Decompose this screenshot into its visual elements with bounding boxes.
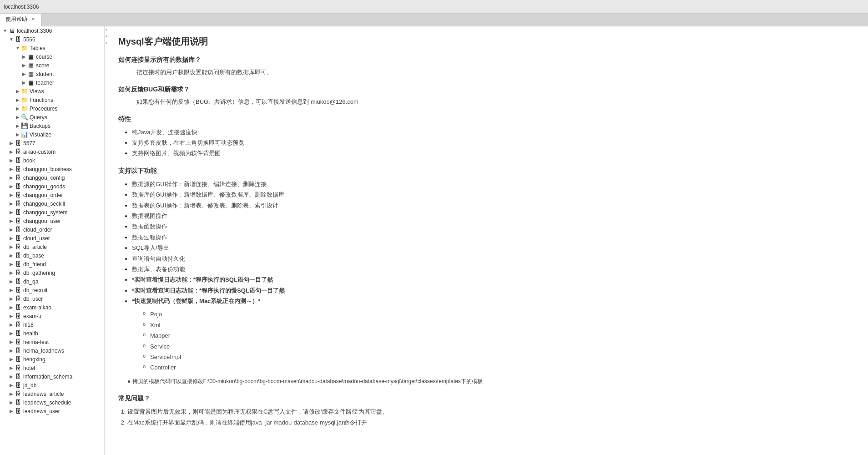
- db-article-label: db_article: [23, 244, 47, 250]
- db-health-label: health: [23, 330, 38, 337]
- toggle-score-icon: ▶: [21, 63, 27, 68]
- db-exam-aikao-label: exam-aikao: [23, 304, 51, 311]
- db-hl18-icon: 🗄: [15, 321, 22, 328]
- toggle-visualize-icon: ▶: [15, 132, 21, 137]
- func-4: 数据视图操作: [132, 211, 854, 221]
- sidebar-item-visualize[interactable]: ▶ 📊 Visualize: [0, 130, 104, 139]
- sidebar-item-cg-goods[interactable]: ▶ 🗄 changgou_goods: [0, 182, 104, 191]
- toggle-student-icon: ▶: [21, 71, 27, 76]
- section2-text: 如果您有任何的反馈（BUG、共诉求）信息，可以直接发送信息到 miukoo@12…: [118, 97, 854, 107]
- db-gathering-label: db_gathering: [23, 270, 55, 276]
- sidebar-item-db-base[interactable]: ▶ 🗄 db_base: [0, 251, 104, 260]
- db-leadnews-user-icon: 🗄: [15, 408, 22, 415]
- sidebar-item-db-friend[interactable]: ▶ 🗄 db_friend: [0, 260, 104, 268]
- sidebar-item-5566[interactable]: ▼ 🗄 5566: [0, 35, 104, 44]
- views-folder-icon: 📁: [21, 88, 28, 95]
- section5-title: 常见问题？: [118, 394, 854, 403]
- db-book-icon: 🗄: [15, 157, 22, 164]
- sidebar-item-db-gathering[interactable]: ▶ 🗄 db_gathering: [0, 268, 104, 277]
- toggle-db-article-icon: ▶: [8, 244, 15, 249]
- sidebar-item-exam-u[interactable]: ▶ 🗄 exam-u: [0, 312, 104, 320]
- db-aikao-label: aikao-custom: [23, 149, 56, 155]
- sidebar-item-leadnews-article[interactable]: ▶ 🗄 leadnews_article: [0, 389, 104, 398]
- sidebar-item-jd-db[interactable]: ▶ 🗄 jd_db: [0, 381, 104, 389]
- sidebar-item-hengxing[interactable]: ▶ 🗄 hengxing: [0, 355, 104, 364]
- sidebar-item-cloud-user[interactable]: ▶ 🗄 cloud_user: [0, 234, 104, 243]
- table-icon4: ▦: [27, 79, 35, 86]
- sidebar-item-cg-seckill[interactable]: ▶ 🗄 changgou_seckill: [0, 199, 104, 208]
- db5577-icon: 🗄: [15, 140, 22, 147]
- section4-title: 支持以下功能: [118, 167, 854, 175]
- toggle-cg-seckill-icon: ▶: [8, 201, 15, 206]
- backups-label: Backups: [30, 123, 50, 129]
- sidebar-item-querys[interactable]: ▶ 🔍 Querys: [0, 113, 104, 121]
- features-list: 纯Java开发、连接速度快 支持多套皮肤，在右上角切换即可动态预览 支持网络图片…: [118, 127, 854, 159]
- feature-2: 支持多套皮肤，在右上角切换即可动态预览: [132, 137, 854, 148]
- faq-2: 在Mac系统打开界面显示乱码，则请在终端使用java -jar madou-da…: [127, 417, 854, 428]
- toggle-db-recruit-icon: ▶: [8, 288, 15, 293]
- sidebar-item-views[interactable]: ▶ 📁 Views: [0, 87, 104, 96]
- sidebar-item-functions[interactable]: ▶ 📁 Functions: [0, 96, 104, 104]
- func-7: SQL导入/导出: [132, 243, 854, 253]
- sidebar-item-db-recruit[interactable]: ▶ 🗄 db_recruit: [0, 286, 104, 294]
- sidebar-item-heima-leadnews[interactable]: ▶ 🗄 heima_leadnews: [0, 346, 104, 355]
- sidebar-item-db-qa[interactable]: ▶ 🗄 db_qa: [0, 277, 104, 286]
- sidebar-item-db-article[interactable]: ▶ 🗄 db_article: [0, 243, 104, 251]
- db-hotel-icon: 🗄: [15, 364, 22, 371]
- db-cg-seckill-icon: 🗄: [15, 200, 22, 207]
- sidebar-item-hotel[interactable]: ▶ 🗄 hotel: [0, 364, 104, 372]
- db-cg-system-icon: 🗄: [15, 209, 22, 216]
- tab-help[interactable]: 使用帮助 ✕: [0, 14, 42, 26]
- sidebar: ▼ 🖥 localhost:3306 ▼ 🗄 5566 ▼ 📁 Tables ▶…: [0, 26, 105, 455]
- sidebar-item-cg-system[interactable]: ▶ 🗄 changgou_system: [0, 208, 104, 217]
- db-recruit-icon: 🗄: [15, 287, 22, 293]
- db-gathering-icon: 🗄: [15, 269, 22, 276]
- toggle-cg-user-icon: ▶: [8, 218, 15, 223]
- functions-label: Functions: [30, 97, 53, 103]
- db-cg-system-label: changgou_system: [23, 209, 67, 216]
- db-cloud-user-label: cloud_user: [23, 235, 50, 242]
- sidebar-item-5577[interactable]: ▶ 🗄 5577: [0, 139, 104, 147]
- views-label: Views: [30, 88, 44, 95]
- sidebar-item-cg-user[interactable]: ▶ 🗄 changgou_user: [0, 217, 104, 225]
- sidebar-item-score[interactable]: ▶ ▦ score: [0, 61, 104, 70]
- func-12: *快速复制代码（尝鲜版，Mac系统正在内测～）*: [132, 296, 854, 306]
- sidebar-item-teacher[interactable]: ▶ ▦ teacher: [0, 78, 104, 87]
- sidebar-item-cg-config[interactable]: ▶ 🗄 changgou_config: [0, 173, 104, 182]
- sidebar-item-db-user[interactable]: ▶ 🗄 db_user: [0, 294, 104, 303]
- toggle-backups-icon: ▶: [15, 123, 21, 128]
- sidebar-item-cg-order[interactable]: ▶ 🗄 changgou_order: [0, 191, 104, 199]
- sidebar-item-cg-business[interactable]: ▶ 🗄 changgou_business: [0, 165, 104, 173]
- root-label: localhost:3306: [17, 28, 52, 34]
- tab-close-icon[interactable]: ✕: [30, 16, 36, 22]
- sidebar-item-aikao[interactable]: ▶ 🗄 aikao-custom: [0, 147, 104, 156]
- db-cg-order-icon: 🗄: [15, 192, 22, 198]
- toggle-cloud-user-icon: ▶: [8, 236, 15, 241]
- table-icon: ▦: [27, 53, 35, 60]
- sidebar-item-leadnews-user[interactable]: ▶ 🗄 leadnews_user: [0, 407, 104, 415]
- db-cloud-user-icon: 🗄: [15, 235, 22, 242]
- sidebar-item-health[interactable]: ▶ 🗄 health: [0, 329, 104, 338]
- sidebar-item-cloud-order[interactable]: ▶ 🗄 cloud_order: [0, 225, 104, 234]
- procedures-label: Procedures: [30, 106, 57, 112]
- sidebar-item-procedures[interactable]: ▶ 📁 Procedures: [0, 104, 104, 113]
- toggle-cloud-order-icon: ▶: [8, 227, 15, 232]
- sidebar-item-heima-test[interactable]: ▶ 🗄 heima-test: [0, 338, 104, 346]
- toggle-cg-business-icon: ▶: [8, 167, 15, 172]
- sidebar-item-tables[interactable]: ▼ 📁 Tables: [0, 44, 104, 52]
- db-exam-u-label: exam-u: [23, 313, 41, 319]
- sidebar-item-course[interactable]: ▶ ▦ course: [0, 52, 104, 61]
- sidebar-item-root[interactable]: ▼ 🖥 localhost:3306: [0, 26, 104, 35]
- db-heima-leadnews-label: heima_leadnews: [23, 348, 64, 354]
- db-heima-test-label: heima-test: [23, 339, 49, 345]
- sidebar-item-information-schema[interactable]: ▶ 🗄 information_schema: [0, 372, 104, 381]
- sidebar-item-backups[interactable]: ▶ 💾 Backups: [0, 121, 104, 130]
- sidebar-item-exam-aikao[interactable]: ▶ 🗄 exam-aikao: [0, 303, 104, 312]
- toggle-views-icon: ▶: [15, 89, 21, 94]
- sidebar-item-leadnews-schedule[interactable]: ▶ 🗄 leadnews_schedule: [0, 398, 104, 407]
- resize-handle[interactable]: [105, 27, 107, 46]
- toggle-hl18-icon: ▶: [8, 322, 15, 327]
- sidebar-item-book[interactable]: ▶ 🗄 book: [0, 156, 104, 165]
- sidebar-item-hl18[interactable]: ▶ 🗄 hl18: [0, 320, 104, 329]
- sidebar-item-student[interactable]: ▶ ▦ student: [0, 70, 104, 78]
